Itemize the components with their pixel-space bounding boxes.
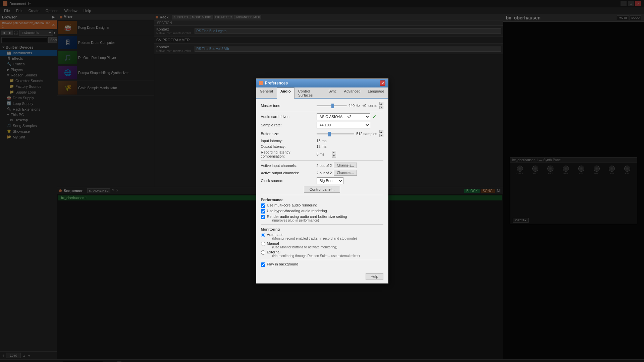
rec-latency-label: Recording latency compensation: bbox=[261, 150, 315, 158]
input-channels-btn[interactable]: Channels... bbox=[334, 163, 357, 168]
dialog-app-icon: ♪ bbox=[259, 81, 263, 85]
render-audio-sublabel: (Improves plug-in performance) bbox=[267, 219, 347, 222]
control-panel-row: Control panel... bbox=[261, 186, 383, 193]
input-latency-label: Input latency: bbox=[261, 139, 315, 143]
output-channels-row: Active output channels: 2 out of 2 Chann… bbox=[261, 170, 383, 176]
master-tune-track bbox=[317, 105, 346, 106]
monitoring-label: Monitoring bbox=[261, 227, 383, 231]
dialog-title: Preferences bbox=[265, 81, 288, 85]
buffer-slider-track bbox=[317, 133, 355, 134]
manual-sublabel: (Use Monitor buttons to activate monitor… bbox=[267, 245, 337, 249]
input-channels-row: Active input channels: 2 out of 2 Channe… bbox=[261, 163, 383, 168]
automatic-radio[interactable] bbox=[261, 233, 265, 237]
master-tune-thumb[interactable] bbox=[331, 104, 334, 108]
tab-sync[interactable]: Sync bbox=[325, 87, 340, 99]
performance-label: Performance bbox=[261, 198, 383, 202]
external-info: External (No monitoring through Reason S… bbox=[267, 250, 360, 258]
master-tune-up-btn[interactable]: ▲ bbox=[379, 102, 383, 105]
tab-audio[interactable]: Audio bbox=[277, 87, 294, 99]
buffer-down-btn[interactable]: ▼ bbox=[379, 134, 383, 137]
master-tune-unit: cents bbox=[368, 104, 377, 108]
dialog-close-button[interactable]: ✕ bbox=[380, 80, 385, 86]
manual-label: Manual bbox=[267, 241, 279, 245]
tab-language[interactable]: Language bbox=[364, 87, 388, 99]
master-tune-offset: +0 bbox=[362, 104, 367, 108]
master-tune-spin: ▲ ▼ bbox=[379, 102, 383, 109]
play-bg-label: Play in background bbox=[267, 262, 299, 266]
external-row: External (No monitoring through Reason S… bbox=[261, 250, 383, 258]
master-tune-slider-container bbox=[317, 105, 346, 106]
driver-ok-icon: ✓ bbox=[372, 114, 376, 119]
rec-latency-up-btn[interactable]: ▲ bbox=[332, 151, 336, 154]
hyperthreading-row: Use hyper-threading audio rendering bbox=[261, 209, 383, 214]
tab-advanced[interactable]: Advanced bbox=[340, 87, 364, 99]
buffer-size-row: Buffer size: 512 samples ▲ ▼ bbox=[261, 130, 383, 137]
preferences-dialog: ♪ Preferences ✕ General Audio Control Su… bbox=[256, 78, 388, 284]
output-latency-row: Output latency: 12 ms bbox=[261, 144, 383, 148]
divider-2 bbox=[261, 160, 383, 161]
tab-general[interactable]: General bbox=[256, 87, 277, 99]
master-tune-row: Master tune 440 Hz +0 cents ▲ ▼ bbox=[261, 102, 383, 109]
external-sublabel: (No monitoring through Reason Suite – us… bbox=[267, 254, 360, 258]
divider-1 bbox=[261, 111, 383, 111]
output-latency-label: Output latency: bbox=[261, 144, 315, 148]
manual-row: Manual (Use Monitor buttons to activate … bbox=[261, 241, 383, 249]
buffer-size-value: 512 samples bbox=[356, 132, 377, 136]
buffer-slider-thumb[interactable] bbox=[328, 132, 331, 136]
automatic-sublabel: (Monitor record enabled tracks, in recor… bbox=[267, 237, 357, 240]
rec-latency-value: 0 ms bbox=[317, 152, 330, 156]
multicore-check[interactable] bbox=[261, 203, 265, 208]
manual-radio[interactable] bbox=[261, 242, 265, 246]
output-channels-btn[interactable]: Channels... bbox=[334, 170, 357, 176]
external-label: External bbox=[267, 250, 280, 254]
automatic-label: Automatic bbox=[267, 233, 283, 237]
input-channels-value: 2 out of 2 bbox=[317, 164, 332, 168]
divider-5 bbox=[261, 260, 383, 260]
automatic-info: Automatic (Monitor record enabled tracks… bbox=[267, 233, 357, 240]
output-channels-value: 2 out of 2 bbox=[317, 171, 332, 175]
audio-driver-label: Audio card driver: bbox=[261, 115, 315, 119]
manual-info: Manual (Use Monitor buttons to activate … bbox=[267, 241, 337, 249]
spin-buttons: ▲ ▼ bbox=[379, 102, 383, 109]
buffer-up-btn[interactable]: ▲ bbox=[379, 130, 383, 133]
input-latency-value: 13 ms bbox=[317, 139, 330, 143]
preferences-title-bar: ♪ Preferences ✕ bbox=[256, 79, 388, 87]
clock-source-label: Clock source: bbox=[261, 179, 315, 183]
multicore-label: Use multi-core audio rendering bbox=[267, 203, 317, 207]
input-latency-row: Input latency: 13 ms bbox=[261, 139, 383, 143]
audio-driver-select[interactable]: ASIO ASIO4ALL v2 bbox=[317, 113, 370, 120]
sample-rate-row: Sample rate: 44,100 bbox=[261, 122, 383, 128]
render-audio-label: Render audio using audio card buffer siz… bbox=[267, 215, 347, 219]
divider-3 bbox=[261, 195, 383, 195]
hyperthreading-label: Use hyper-threading audio rendering bbox=[267, 209, 327, 213]
output-latency-value: 12 ms bbox=[317, 144, 330, 148]
audio-driver-row: Audio card driver: ASIO ASIO4ALL v2 ✓ bbox=[261, 113, 383, 120]
buffer-size-label: Buffer size: bbox=[261, 132, 315, 136]
dialog-title-left: ♪ Preferences bbox=[259, 81, 288, 85]
preferences-content: Master tune 440 Hz +0 cents ▲ ▼ bbox=[256, 99, 388, 271]
clock-source-row: Clock source: Big Ben bbox=[261, 177, 383, 184]
master-tune-down-btn[interactable]: ▼ bbox=[379, 106, 383, 109]
play-bg-check[interactable] bbox=[261, 262, 265, 267]
divider-4 bbox=[261, 224, 383, 225]
input-channels-label: Active input channels: bbox=[261, 164, 315, 168]
preferences-footer: Help bbox=[256, 271, 388, 283]
rec-latency-down-btn[interactable]: ▼ bbox=[332, 155, 336, 158]
multicore-row: Use multi-core audio rendering bbox=[261, 203, 383, 208]
control-panel-btn[interactable]: Control panel... bbox=[304, 186, 340, 193]
clock-source-select[interactable]: Big Ben bbox=[317, 177, 343, 184]
external-radio[interactable] bbox=[261, 250, 265, 255]
render-audio-info: Render audio using audio card buffer siz… bbox=[267, 215, 347, 222]
hyperthreading-check[interactable] bbox=[261, 209, 265, 214]
sample-rate-select[interactable]: 44,100 bbox=[317, 122, 370, 128]
rec-latency-spin: ▲ ▼ bbox=[332, 151, 336, 158]
tab-control-surfaces[interactable]: Control Surfaces bbox=[294, 87, 325, 99]
render-audio-check[interactable] bbox=[261, 215, 265, 219]
preferences-tabs: General Audio Control Surfaces Sync Adva… bbox=[256, 87, 388, 99]
output-channels-label: Active output channels: bbox=[261, 171, 315, 175]
render-audio-row: Render audio using audio card buffer siz… bbox=[261, 215, 383, 222]
master-tune-label: Master tune bbox=[261, 104, 315, 108]
help-button[interactable]: Help bbox=[366, 273, 383, 280]
buffer-spin: ▲ ▼ bbox=[379, 130, 383, 137]
rec-latency-row: Recording latency compensation: 0 ms ▲ ▼ bbox=[261, 150, 383, 158]
